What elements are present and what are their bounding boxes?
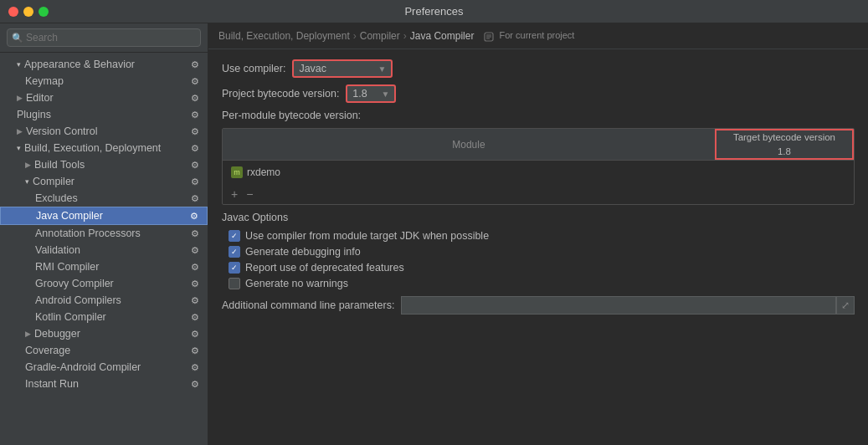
sidebar-item-label: Plugins — [17, 109, 51, 120]
cmd-params-label: Additional command line parameters: — [222, 299, 394, 311]
sidebar-item-instant-run[interactable]: Instant Run ⚙ — [0, 376, 208, 392]
bytecode-version-value: 1.8 — [352, 88, 376, 100]
window-title: Preferences — [404, 5, 463, 18]
use-compiler-checkbox-label: Use compiler from module target JDK when… — [245, 230, 489, 242]
close-button[interactable] — [8, 7, 18, 17]
expand-icon: ▾ — [25, 177, 29, 186]
module-icon: m — [231, 166, 243, 178]
expand-cmd-button[interactable]: ⤢ — [836, 296, 855, 315]
per-module-label: Per-module bytecode version: — [222, 110, 361, 121]
sidebar-item-label: RMI Compiler — [35, 261, 99, 273]
sidebar-item-label: Compiler — [33, 176, 74, 187]
sidebar-item-java-compiler[interactable]: Java Compiler ⚙ — [0, 207, 208, 225]
sidebar-item-kotlin[interactable]: Kotlin Compiler ⚙ — [0, 309, 208, 325]
sidebar-item-label: Kotlin Compiler — [35, 311, 106, 323]
table-footer: + − — [223, 184, 854, 204]
main-layout: 🔍 ▾ Appearance & Behavior ⚙ Keymap ⚙ — [0, 23, 868, 445]
settings-icon: ⚙ — [189, 160, 201, 171]
settings-icon: ⚙ — [189, 345, 201, 356]
checkbox-row-debug-info: ✓ Generate debugging info — [222, 246, 855, 258]
table-col-module: Module — [223, 129, 715, 160]
checkbox-row-deprecated: ✓ Report use of deprecated features — [222, 262, 855, 274]
sidebar-item-version-control[interactable]: ▶ Version Control ⚙ — [0, 123, 208, 140]
table-row: m rxdemo — [223, 161, 854, 184]
sidebar-item-editor[interactable]: ▶ Editor ⚙ — [0, 90, 208, 106]
table-col-version: Target bytecode version 1.8 — [715, 129, 854, 160]
minimize-button[interactable] — [23, 7, 33, 17]
settings-icon: ⚙ — [189, 279, 201, 289]
expand-icon: ▶ — [17, 127, 23, 136]
search-wrapper: 🔍 — [7, 28, 201, 47]
add-row-button[interactable]: + — [229, 187, 239, 201]
search-icon: 🔍 — [12, 33, 23, 43]
table-col-version-label: Target bytecode version — [733, 130, 835, 144]
breadcrumb-project-label: For current project — [500, 30, 575, 40]
sidebar: 🔍 ▾ Appearance & Behavior ⚙ Keymap ⚙ — [0, 23, 208, 445]
javac-options-title: Javac Options — [222, 212, 855, 223]
no-warnings-checkbox-label: Generate no warnings — [245, 278, 348, 289]
bytecode-version-label: Project bytecode version: — [222, 88, 339, 100]
cmd-params-row: Additional command line parameters: ⤢ — [222, 296, 855, 315]
debug-info-checkbox-label: Generate debugging info — [245, 246, 361, 258]
sidebar-item-label: Debugger — [34, 328, 80, 340]
expand-icon: ▾ — [17, 60, 21, 69]
settings-icon: ⚙ — [189, 379, 201, 390]
sidebar-item-plugins[interactable]: Plugins ⚙ — [0, 106, 208, 123]
bytecode-version-dropdown[interactable]: 1.8 ▼ — [346, 84, 396, 103]
settings-icon: ⚙ — [189, 176, 201, 187]
per-module-row: Per-module bytecode version: — [222, 110, 855, 121]
use-compiler-dropdown[interactable]: Javac ▼ — [292, 59, 393, 78]
breadcrumb-part-2: Compiler — [360, 30, 400, 42]
sidebar-item-build-exec[interactable]: ▾ Build, Execution, Deployment ⚙ — [0, 140, 208, 156]
sidebar-item-android-compilers[interactable]: Android Compilers ⚙ — [0, 292, 208, 309]
sidebar-item-label: Build, Execution, Deployment — [24, 142, 161, 154]
maximize-button[interactable] — [39, 7, 49, 17]
table-cell-version — [638, 170, 854, 175]
sidebar-item-debugger[interactable]: ▶ Debugger ⚙ — [0, 325, 208, 342]
settings-icon: ⚙ — [189, 228, 201, 239]
sidebar-item-build-tools[interactable]: ▶ Build Tools ⚙ — [0, 156, 208, 173]
module-name: rxdemo — [247, 166, 280, 178]
check-icon: ✓ — [231, 232, 238, 240]
settings-icon: ⚙ — [189, 329, 201, 340]
deprecated-checkbox[interactable]: ✓ — [229, 262, 240, 274]
sidebar-item-label: Build Tools — [34, 159, 85, 171]
settings-icon: ⚙ — [189, 362, 201, 373]
bytecode-version-row: Project bytecode version: 1.8 ▼ — [222, 84, 855, 103]
sidebar-item-groovy[interactable]: Groovy Compiler ⚙ — [0, 275, 208, 292]
sidebar-item-compiler[interactable]: ▾ Compiler ⚙ — [0, 173, 208, 190]
sidebar-item-appearance[interactable]: ▾ Appearance & Behavior ⚙ — [0, 56, 208, 73]
breadcrumb-project: For current project — [484, 30, 574, 41]
search-bar: 🔍 — [0, 23, 208, 53]
settings-icon: ⚙ — [189, 143, 201, 154]
deprecated-checkbox-label: Report use of deprecated features — [245, 262, 404, 274]
table-header: Module Target bytecode version 1.8 — [223, 129, 854, 161]
sidebar-item-validation[interactable]: Validation ⚙ — [0, 242, 208, 258]
sidebar-item-label: Validation — [35, 244, 80, 256]
debug-info-checkbox[interactable]: ✓ — [229, 246, 240, 258]
cmd-params-input[interactable] — [401, 296, 836, 315]
settings-icon: ⚙ — [189, 245, 201, 256]
settings-icon: ⚙ — [189, 312, 201, 323]
no-warnings-checkbox[interactable] — [229, 278, 240, 289]
search-input[interactable] — [7, 28, 201, 47]
sidebar-item-label: Editor — [26, 92, 54, 104]
use-compiler-row: Use compiler: Javac ▼ — [222, 59, 855, 78]
sidebar-item-coverage[interactable]: Coverage ⚙ — [0, 342, 208, 359]
expand-icon: ▾ — [17, 144, 21, 152]
sidebar-item-rmi[interactable]: RMI Compiler ⚙ — [0, 258, 208, 275]
settings-icon: ⚙ — [189, 59, 201, 70]
table-cell-module: m rxdemo — [223, 164, 638, 181]
sidebar-item-excludes[interactable]: Excludes ⚙ — [0, 190, 208, 207]
remove-row-button[interactable]: − — [244, 187, 254, 201]
sidebar-item-gradle-android[interactable]: Gradle-Android Compiler ⚙ — [0, 359, 208, 376]
sidebar-item-label: Excludes — [35, 192, 78, 204]
sidebar-item-keymap[interactable]: Keymap ⚙ — [0, 73, 208, 90]
settings-icon: ⚙ — [189, 110, 201, 120]
sidebar-item-annotation[interactable]: Annotation Processors ⚙ — [0, 225, 208, 242]
check-icon: ✓ — [231, 248, 238, 256]
use-compiler-checkbox[interactable]: ✓ — [229, 230, 240, 242]
dropdown-arrow-icon: ▼ — [378, 64, 387, 74]
content-body: Use compiler: Javac ▼ Project bytecode v… — [208, 49, 868, 445]
settings-icon: ⚙ — [189, 93, 201, 104]
